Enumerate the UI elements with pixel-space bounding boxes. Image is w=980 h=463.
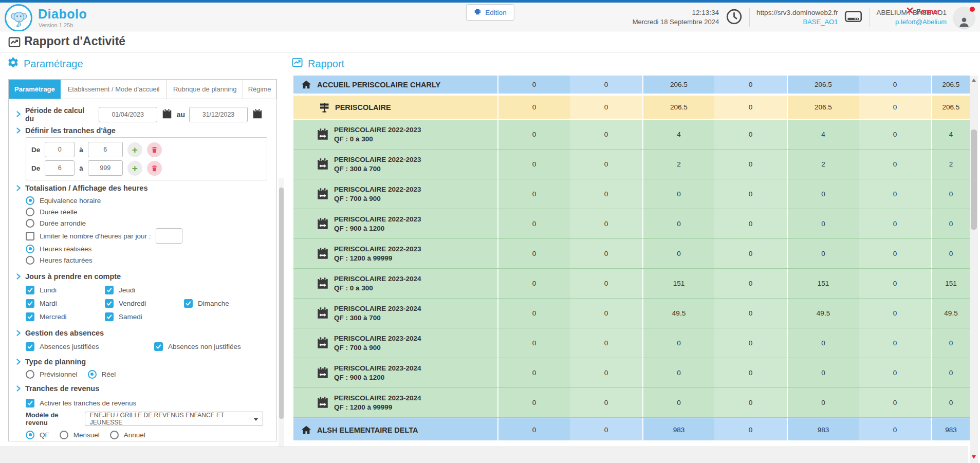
scrollbar-thumb[interactable] [971, 129, 977, 230]
tranche-age-row: Deà+ [31, 142, 262, 157]
signpost-icon [318, 101, 330, 114]
user-icon[interactable] [953, 7, 975, 28]
radio-label-duree-reelle: Durée réelle [40, 208, 78, 216]
value-cell: 0 [859, 328, 931, 358]
value-cell: 49.5 [642, 299, 714, 328]
value-cell: 0 [859, 76, 931, 94]
add-tranche-button[interactable]: + [127, 142, 142, 157]
add-tranche-button[interactable]: + [127, 161, 142, 176]
account-user-link[interactable]: p.lefort@Abelium [876, 17, 947, 27]
rapport-scrollbar[interactable] [970, 76, 978, 463]
radio-label-reel: Réel [102, 371, 116, 378]
scrollbar-down-arrow-icon[interactable] [972, 455, 976, 459]
checkbox-option-jeudi: Jeudi [105, 284, 184, 295]
parametrage-scrollbar[interactable] [279, 178, 284, 463]
planning-title: Type de planning [25, 358, 86, 366]
modele-revenu-select[interactable]: ENF.JEU / GRILLE DE REVENUS ENFANCE ET J… [85, 412, 263, 426]
radio-heures-realisees[interactable] [26, 245, 34, 253]
value-cell: 0 [787, 209, 859, 238]
checkbox-jeudi[interactable] [105, 286, 114, 294]
report-row-rubrique[interactable]: PERISCOLAIRE00206.50206.50206.5 [293, 96, 970, 119]
radio-equivalence-horaire[interactable] [26, 196, 34, 205]
report-row-site[interactable]: ACCUEIL PERISCOLAIRE CHARLY00206.50206.5… [293, 76, 970, 94]
checkbox-lundi[interactable] [26, 286, 34, 294]
checkbox-label-samedi: Samedi [119, 313, 142, 321]
date-from-input[interactable] [99, 107, 157, 122]
row-label-line1: PERISCOLAIRE 2022-2023 [334, 126, 421, 134]
checkbox-option-absences-justifiees: Absences justifiées [26, 341, 154, 352]
checkbox-label-absences-non-justifiees: Absences non justifiées [168, 343, 241, 350]
checkbox-activer-les-tranches-de-revenus[interactable] [26, 399, 34, 408]
edition-label: Edition [485, 9, 506, 16]
heures-radio-group: Heures réaliséesHeures facturées [26, 243, 263, 266]
tab-rubrique-de-planning[interactable]: Rubrique de planning [167, 80, 243, 99]
value-cell: 206.5 [642, 96, 714, 119]
value-cell: 0 [859, 120, 931, 149]
planning-header: Type de planning [16, 357, 263, 366]
scrollbar-up-arrow-icon[interactable] [972, 79, 976, 82]
value-cell: 0 [570, 299, 642, 328]
row-label-line2: QF : 700 à 900 [334, 344, 381, 351]
checkbox-mardi[interactable] [26, 299, 34, 308]
checkbox-dimanche[interactable] [184, 299, 193, 308]
report-row-detail: PERISCOLAIRE 2023-2024QF : 300 à 7000049… [293, 299, 970, 328]
scrollbar-thumb[interactable] [279, 188, 284, 419]
printer-icon [473, 8, 481, 17]
checkbox-vendredi[interactable] [105, 299, 114, 308]
checkbox-absences-justifiees[interactable] [26, 342, 34, 351]
periode-to-label: au [177, 110, 185, 119]
tranche-from-input[interactable] [45, 142, 75, 157]
calendar-icon[interactable] [252, 108, 263, 121]
row-name-cell: PERISCOLAIRE 2023-2024QF : 700 à 900 [293, 328, 497, 358]
value-cell: 0 [714, 239, 787, 268]
checkbox-samedi[interactable] [105, 312, 114, 321]
row-label-line2: QF : 700 à 900 [334, 195, 381, 202]
tranche-to-input[interactable] [88, 142, 123, 157]
absences-title: Gestion des absences [25, 329, 104, 337]
notification-dot [970, 7, 975, 12]
tab-regime[interactable]: Régime [243, 80, 276, 99]
de-label: De [31, 146, 40, 154]
row-label-line2: QF : 900 à 1200 [334, 374, 384, 381]
radio-duree-arrondie[interactable] [26, 219, 34, 228]
spacer [184, 284, 263, 295]
tab-parametrage[interactable]: Paramétrage [9, 80, 61, 99]
radio-previsionnel[interactable] [26, 370, 34, 379]
fermer-button[interactable]: Fermer [903, 7, 943, 16]
delete-tranche-button[interactable] [147, 142, 162, 157]
tranche-from-input[interactable] [45, 160, 75, 176]
edition-button[interactable]: Edition [466, 4, 514, 21]
radio-reel[interactable] [88, 370, 97, 379]
value-cell: 0 [570, 120, 642, 149]
parametrage-content: Période de calcul du au Définir les tran… [9, 99, 276, 442]
radio-annuel[interactable] [110, 431, 119, 439]
radio-heures-facturees[interactable] [26, 256, 34, 265]
limiter-checkbox[interactable] [26, 232, 34, 240]
radio-qf[interactable] [26, 431, 34, 439]
date-to-input[interactable] [189, 107, 248, 122]
radio-label-heures-facturees: Heures facturées [40, 256, 93, 264]
value-cell: 0 [714, 299, 787, 328]
checkbox-absences-non-justifiees[interactable] [154, 342, 163, 351]
report-row-site[interactable]: ALSH ELEMENTAIRE DELTA0098309830983 [293, 418, 970, 440]
chart-icon [291, 57, 303, 71]
report-row-detail: PERISCOLAIRE 2023-2024QF : 0 à 300001510… [293, 269, 970, 299]
radio-duree-reelle[interactable] [26, 208, 34, 216]
server-base-link[interactable]: BASE_AO1 [756, 17, 838, 27]
limiter-hours-input[interactable] [156, 228, 182, 244]
modele-revenu-value: ENF.JEU / GRILLE DE REVENUS ENFANCE ET J… [90, 412, 250, 426]
delete-tranche-button[interactable] [147, 161, 162, 176]
activer-checkbox-row: Activer les tranches de revenus [26, 397, 263, 409]
calendar-range-icon [316, 247, 329, 261]
rapport-table: ACCUEIL PERISCOLAIRE CHARLY00206.50206.5… [293, 76, 970, 440]
tab-etablissement-mode-d-accueil[interactable]: Etablissement / Mode d'accueil [61, 80, 168, 99]
radio-label-equivalence-horaire: Equivalence horaire [40, 197, 101, 205]
tranche-to-input[interactable] [88, 160, 123, 176]
chart-icon [8, 35, 21, 51]
value-cell: 206.5 [787, 96, 859, 119]
radio-mensuel[interactable] [60, 431, 68, 439]
checkbox-mercredi[interactable] [26, 312, 34, 321]
calendar-icon[interactable] [161, 108, 173, 121]
calendar-range-icon [316, 307, 329, 320]
row-label-line1: PERISCOLAIRE 2023-2024 [334, 394, 421, 402]
